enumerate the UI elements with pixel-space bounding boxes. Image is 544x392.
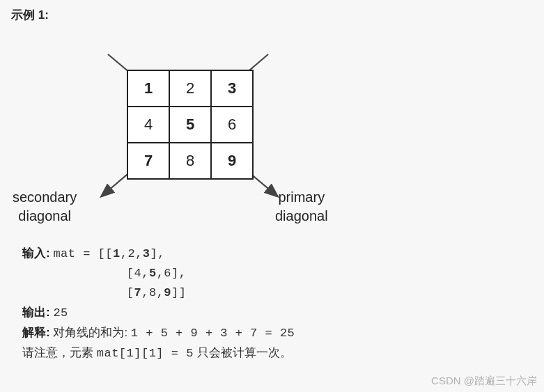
io-block: 输入: mat = [[1,2,3], [4,5,6], [7,8,9]] 输出…	[22, 244, 295, 363]
cell-0-0: 1	[127, 70, 169, 107]
explain-prefix: 对角线的和为:	[53, 326, 130, 339]
v9: 9	[164, 286, 171, 299]
primary-label-line1: primary	[278, 189, 325, 205]
explain-sum: 1 + 5 + 9 + 3 + 7 = 25	[131, 327, 295, 340]
v5: 5	[149, 267, 157, 280]
cell-1-1: 5	[169, 107, 211, 143]
pad3: [	[22, 286, 134, 299]
v1: 1	[113, 247, 121, 260]
note-suffix: 只会被计算一次。	[194, 346, 292, 359]
matrix-grid: 1 2 3 4 5 6 7 8 9	[127, 70, 254, 180]
cell-2-2: 9	[211, 143, 253, 179]
secondary-diagonal-label: secondary diagonal	[13, 188, 77, 226]
input-line1: mat = [[1,2,3],	[53, 247, 165, 260]
output-line: 输出: 25	[22, 303, 295, 323]
diagram-area: 1 2 3 4 5 6 7 8 9 secondary diagonal pri…	[0, 42, 544, 230]
input-line1-suffix: ],	[150, 247, 165, 260]
input-line2: [4,5,6],	[22, 264, 295, 283]
watermark: CSDN @踏遍三十六岸	[431, 375, 537, 388]
cell-0-1: 2	[169, 70, 211, 107]
output-label: 输出:	[22, 306, 50, 319]
secondary-label-line1: secondary	[13, 189, 77, 205]
note-line: 请注意，元素 mat[1][1] = 5 只会被计算一次。	[22, 343, 295, 363]
input-line3: [7,8,9]]	[22, 283, 295, 303]
input-line2-suffix: ],	[171, 267, 186, 280]
cell-2-0: 7	[127, 143, 169, 179]
secondary-label-line2: diagonal	[18, 208, 71, 224]
input-line3-suffix: ]]	[171, 286, 186, 299]
input-line: 输入: mat = [[1,2,3],	[22, 244, 295, 264]
explain-line: 解释: 对角线的和为: 1 + 5 + 9 + 3 + 7 = 25	[22, 323, 295, 343]
v3: 3	[143, 247, 150, 260]
note-prefix: 请注意，元素	[22, 346, 97, 359]
output-value: 25	[53, 306, 68, 320]
input-label: 输入:	[22, 246, 50, 260]
pad2: [	[22, 267, 134, 280]
cell-2-1: 8	[169, 143, 211, 179]
diagonal-arrows-svg	[0, 42, 544, 272]
example-heading: 示例 1:	[11, 7, 49, 23]
cell-1-0: 4	[127, 107, 169, 143]
input-prefix: mat = [[	[53, 247, 113, 260]
explain-label: 解释:	[22, 326, 50, 339]
cell-1-2: 6	[211, 107, 253, 143]
primary-label-line2: diagonal	[275, 208, 328, 224]
primary-diagonal-label: primary diagonal	[275, 188, 328, 226]
note-code: mat[1][1] = 5	[97, 347, 194, 360]
v7: 7	[134, 286, 142, 299]
cell-0-2: 3	[211, 70, 253, 107]
